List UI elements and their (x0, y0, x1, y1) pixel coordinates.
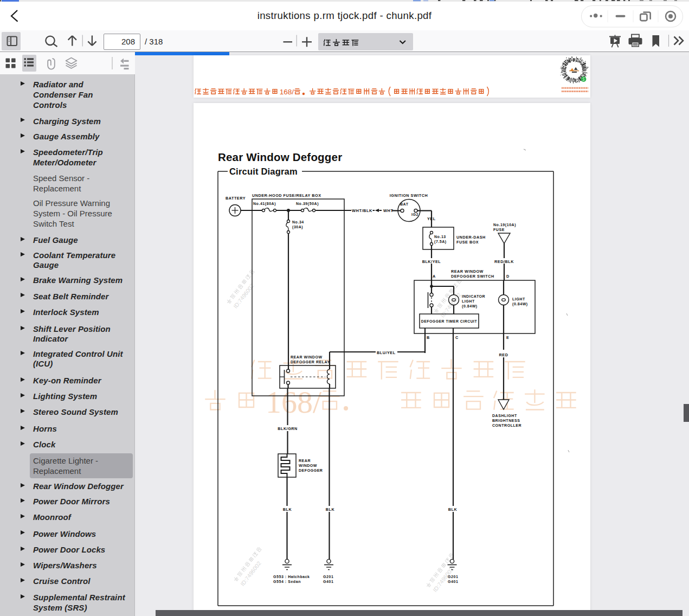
svg-text:FUSE BOX: FUSE BOX (456, 240, 479, 245)
svg-text:G201: G201 (448, 575, 458, 579)
svg-text:BLK: BLK (283, 507, 292, 512)
svg-text:ID:7496002: ID:7496002 (239, 560, 262, 587)
svg-text:BLK: BLK (326, 507, 335, 512)
svg-text:(0.84W): (0.84W) (512, 302, 528, 306)
svg-text:LIGHT: LIGHT (512, 297, 525, 301)
svg-text:UNDER-DASH: UNDER-DASH (456, 235, 486, 240)
svg-text:YEL: YEL (427, 216, 436, 221)
svg-text:IG2: IG2 (411, 213, 418, 216)
svg-text:DASHLIGHT: DASHLIGHT (492, 414, 517, 418)
svg-text:(30A): (30A) (292, 225, 303, 229)
svg-text:(0.84W): (0.84W) (462, 304, 478, 309)
svg-text:G401: G401 (323, 580, 333, 583)
svg-text:DEFOGGER RELAY: DEFOGGER RELAY (291, 360, 330, 364)
svg-text:REAR: REAR (299, 459, 311, 463)
svg-text:E: E (506, 335, 509, 340)
svg-text:BAT: BAT (400, 202, 409, 206)
svg-text:BATTERY: BATTERY (226, 196, 246, 201)
svg-text:DEFOGGER: DEFOGGER (299, 469, 323, 472)
svg-text:BLU/YEL: BLU/YEL (377, 350, 396, 355)
svg-text:C: C (455, 335, 459, 340)
svg-text:168/: 168/ (266, 384, 322, 420)
svg-text:LIGHT: LIGHT (462, 299, 475, 303)
svg-text:G401: G401 (448, 580, 458, 583)
svg-text:A: A (433, 274, 436, 279)
svg-text:No.34: No.34 (292, 220, 304, 224)
svg-text:FUSE: FUSE (493, 228, 505, 232)
svg-text:Circuit Diagram: Circuit Diagram (229, 166, 298, 176)
svg-text:BLK: BLK (448, 507, 458, 512)
svg-text:REAR WINDOW: REAR WINDOW (451, 269, 484, 274)
svg-text:G201: G201 (323, 575, 333, 579)
svg-text:Rear Window Defogger: Rear Window Defogger (218, 151, 342, 163)
svg-text:B: B (427, 335, 430, 340)
svg-text:WHT/BLK: WHT/BLK (352, 208, 372, 213)
svg-text:INDICATOR: INDICATOR (462, 294, 485, 298)
svg-text:(7.5A): (7.5A) (434, 240, 447, 244)
svg-text:RED/BLK: RED/BLK (494, 259, 514, 264)
svg-text:DEFOGGER TIMER CIRCUIT: DEFOGGER TIMER CIRCUIT (421, 319, 478, 323)
svg-text:D: D (506, 274, 510, 279)
svg-text:WHT: WHT (383, 208, 393, 213)
svg-text:IGNITION SWITCH: IGNITION SWITCH (390, 193, 428, 198)
svg-text:No.41(80A): No.41(80A) (253, 202, 276, 206)
svg-text:BLK/GRN: BLK/GRN (278, 426, 298, 431)
svg-text:G554 : Sedan: G554 : Sedan (273, 580, 301, 583)
svg-text:REAR WINDOW: REAR WINDOW (291, 355, 323, 359)
svg-text:168/: 168/ (280, 88, 294, 96)
svg-text:No.39(50A): No.39(50A) (296, 202, 319, 206)
svg-text:UNDER-HOOD FUSE/RELAY BOX: UNDER-HOOD FUSE/RELAY BOX (252, 193, 321, 198)
svg-text:No.19(10A): No.19(10A) (493, 223, 516, 227)
svg-text:RED: RED (499, 352, 508, 357)
svg-text:BLK/YEL: BLK/YEL (422, 259, 441, 264)
svg-text:No.13: No.13 (434, 235, 446, 239)
svg-text:BRIGHTNESS: BRIGHTNESS (492, 419, 520, 422)
svg-text:CONTROLLER: CONTROLLER (492, 424, 521, 427)
svg-text:WINDOW: WINDOW (299, 464, 317, 467)
svg-text:G553 : Hatchback: G553 : Hatchback (273, 575, 310, 579)
svg-text:DEFOGGER SWITCH: DEFOGGER SWITCH (451, 274, 494, 279)
